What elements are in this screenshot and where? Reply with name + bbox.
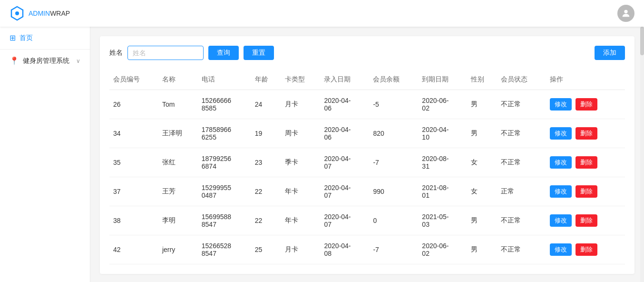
col-到期日期: 到期日期: [418, 70, 467, 90]
sidebar: ⊞ 首页 📍 健身房管理系统 ∨: [0, 27, 90, 282]
edit-button[interactable]: 修改: [550, 98, 572, 111]
cell-8: 男: [467, 206, 497, 235]
cell-5: 2020-04-06: [320, 119, 369, 148]
cell-0: 42: [109, 235, 158, 264]
delete-button[interactable]: 删除: [576, 156, 597, 169]
cell-0: 38: [109, 206, 158, 235]
svg-point-2: [624, 10, 627, 13]
scrollbar-thumb[interactable]: [640, 27, 644, 55]
col-录入日期: 录入日期: [320, 70, 369, 90]
search-input[interactable]: [127, 46, 204, 60]
reset-button[interactable]: 重置: [244, 46, 274, 60]
cell-8: 男: [467, 119, 497, 148]
cell-5: 2020-04-08: [320, 235, 369, 264]
action-cell: 修改删除: [546, 235, 625, 264]
cell-2: 152665288547: [198, 235, 251, 264]
sidebar-home-label: 首页: [20, 34, 33, 42]
sidebar-item-home[interactable]: ⊞ 首页: [0, 27, 90, 49]
edit-button[interactable]: 修改: [550, 127, 572, 140]
col-操作: 操作: [546, 70, 625, 90]
cell-6: 820: [369, 119, 418, 148]
cell-1: 张红: [158, 148, 198, 177]
cell-2: 178589666255: [198, 119, 251, 148]
cell-5: 2020-04-06: [320, 90, 369, 119]
cell-8: 男: [467, 235, 497, 264]
edit-button[interactable]: 修改: [550, 156, 572, 169]
logo: ADMINWRAP: [10, 6, 70, 21]
col-名称: 名称: [158, 70, 198, 90]
delete-button[interactable]: 删除: [576, 127, 597, 140]
edit-button[interactable]: 修改: [550, 243, 572, 256]
col-会员编号: 会员编号: [109, 70, 158, 90]
cell-4: 年卡: [281, 177, 321, 206]
content-card: 姓名 查询 重置 添加 会员编号名称电话年龄卡类型录入日期会员余额到期日期性别会…: [100, 36, 634, 274]
chevron-down-icon: ∨: [76, 58, 80, 64]
edit-button[interactable]: 修改: [550, 185, 572, 198]
cell-6: 0: [369, 206, 418, 235]
col-性别: 性别: [467, 70, 497, 90]
query-button[interactable]: 查询: [208, 46, 239, 60]
cell-7: 2020-08-31: [418, 148, 467, 177]
table-row: 38李明15699588854722年卡2020-04-0702021-05-0…: [109, 206, 625, 235]
cell-2: 152999550487: [198, 177, 251, 206]
cell-4: 季卡: [281, 148, 321, 177]
table-row: 26Tom15266666858524月卡2020-04-06-52020-06…: [109, 90, 625, 119]
avatar[interactable]: [617, 5, 634, 22]
col-会员状态: 会员状态: [497, 70, 546, 90]
cell-6: -7: [369, 235, 418, 264]
table-row: 37王芳15299955048722年卡2020-04-079902021-08…: [109, 177, 625, 206]
cell-7: 2021-08-01: [418, 177, 467, 206]
table-row: 35张红18799256687423季卡2020-04-07-72020-08-…: [109, 148, 625, 177]
cell-1: 李明: [158, 206, 198, 235]
action-cell: 修改删除: [546, 119, 625, 148]
cell-7: 2020-04-10: [418, 119, 467, 148]
cell-1: Tom: [158, 90, 198, 119]
col-电话: 电话: [198, 70, 251, 90]
logo-wrap-text: WRAP: [50, 10, 70, 17]
cell-3: 22: [251, 206, 281, 235]
cell-9: 不正常: [497, 206, 546, 235]
col-卡类型: 卡类型: [281, 70, 321, 90]
cell-6: -7: [369, 148, 418, 177]
table-row: 34王泽明17858966625519周卡2020-04-068202020-0…: [109, 119, 625, 148]
edit-button[interactable]: 修改: [550, 214, 572, 227]
cell-3: 19: [251, 119, 281, 148]
cell-4: 月卡: [281, 235, 321, 264]
cell-7: 2021-05-03: [418, 206, 467, 235]
cell-3: 24: [251, 90, 281, 119]
cell-1: 王芳: [158, 177, 198, 206]
sidebar-gym-label: 健身房管理系统: [23, 57, 69, 65]
cell-3: 23: [251, 148, 281, 177]
cell-8: 男: [467, 90, 497, 119]
logo-admin-text: ADMIN: [29, 10, 50, 17]
scrollbar-track: [640, 27, 644, 282]
logo-icon: [10, 6, 25, 21]
cell-0: 26: [109, 90, 158, 119]
table-row: 42jerry15266528854725月卡2020-04-08-72020-…: [109, 235, 625, 264]
cell-9: 不正常: [497, 90, 546, 119]
cell-9: 正常: [497, 177, 546, 206]
delete-button[interactable]: 删除: [576, 243, 597, 256]
cell-6: -5: [369, 90, 418, 119]
header-right: [617, 5, 634, 22]
cell-9: 不正常: [497, 235, 546, 264]
delete-button[interactable]: 删除: [576, 214, 597, 227]
members-table: 会员编号名称电话年龄卡类型录入日期会员余额到期日期性别会员状态操作 26Tom1…: [109, 70, 625, 264]
cell-1: jerry: [158, 235, 198, 264]
delete-button[interactable]: 删除: [576, 185, 597, 198]
add-button[interactable]: 添加: [595, 46, 625, 60]
cell-0: 35: [109, 148, 158, 177]
header: ADMINWRAP: [0, 0, 644, 27]
cell-3: 22: [251, 177, 281, 206]
cell-0: 37: [109, 177, 158, 206]
svg-point-1: [15, 11, 19, 15]
table-header-row: 会员编号名称电话年龄卡类型录入日期会员余额到期日期性别会员状态操作: [109, 70, 625, 90]
cell-5: 2020-04-07: [320, 177, 369, 206]
action-cell: 修改删除: [546, 148, 625, 177]
cell-7: 2020-06-02: [418, 90, 467, 119]
cell-4: 周卡: [281, 119, 321, 148]
sidebar-item-gym[interactable]: 📍 健身房管理系统 ∨: [0, 49, 90, 72]
delete-button[interactable]: 删除: [576, 98, 597, 111]
cell-5: 2020-04-07: [320, 206, 369, 235]
cell-1: 王泽明: [158, 119, 198, 148]
